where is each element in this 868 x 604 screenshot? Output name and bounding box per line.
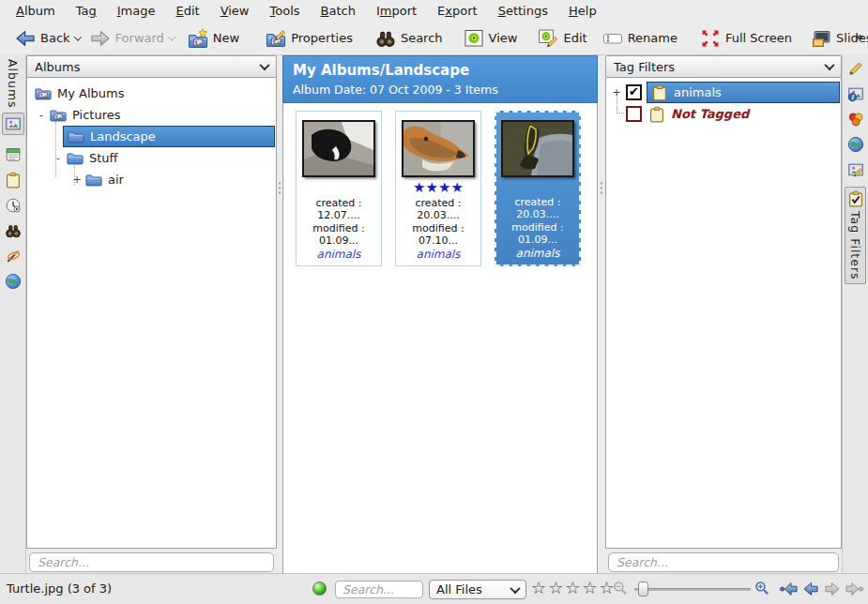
zoom-slider-handle[interactable] bbox=[638, 581, 648, 596]
menu-help[interactable]: Help bbox=[558, 2, 607, 20]
tag-filters-check-icon bbox=[847, 190, 864, 207]
tab-properties[interactable] bbox=[843, 60, 868, 77]
image-card-wolf[interactable]: ★★★★ created : 20.03.... modified : 07.1… bbox=[395, 111, 481, 266]
search-button[interactable]: Search bbox=[371, 24, 448, 53]
thumbnail-monkey bbox=[302, 120, 375, 177]
tree-item-pictures[interactable]: - Pictures bbox=[27, 104, 276, 126]
file-filter-select[interactable]: All Files bbox=[429, 580, 526, 599]
menu-album[interactable]: Album bbox=[6, 2, 66, 20]
timeline-clock-icon bbox=[5, 197, 22, 214]
expand-expander[interactable]: + bbox=[612, 88, 621, 98]
chevron-down-icon[interactable] bbox=[259, 60, 269, 70]
slideshow-icon bbox=[811, 28, 831, 49]
menu-tools[interactable]: Tools bbox=[260, 2, 311, 20]
collapse-expander[interactable]: - bbox=[53, 154, 63, 163]
tag-label[interactable]: animals bbox=[496, 248, 579, 261]
tag-filters-panel: Tag Filters + ✔ animals Not Tagged bbox=[605, 54, 842, 574]
tab-geolocation[interactable] bbox=[843, 136, 868, 153]
menubar: Album Tag Image Edit View Tools Batch Im… bbox=[0, 0, 868, 22]
nav-first-button[interactable] bbox=[780, 581, 799, 597]
tree-item-air[interactable]: + air bbox=[27, 169, 276, 190]
image-card-monkey[interactable]: created : 12.07.... modified : 01.09... … bbox=[296, 111, 382, 266]
tab-map[interactable] bbox=[0, 273, 25, 290]
captions-pencil-icon bbox=[847, 161, 864, 178]
tag-filters-search-input[interactable] bbox=[608, 552, 839, 572]
rename-icon bbox=[602, 28, 623, 49]
albums-panel-header[interactable]: Albums bbox=[26, 55, 277, 78]
forward-button[interactable]: Forward bbox=[85, 24, 179, 53]
menu-image[interactable]: Image bbox=[107, 2, 166, 20]
image-card-turtle-selected[interactable]: created : 20.03.... modified : 01.09... … bbox=[495, 111, 581, 266]
fullscreen-button[interactable]: Full Screen bbox=[695, 24, 797, 53]
rating-stars[interactable]: ★★★★ bbox=[413, 180, 464, 195]
forward-dropdown-chevron-icon bbox=[168, 33, 175, 40]
left-sidebar-tabbar: Albums bbox=[0, 54, 26, 574]
tag-label[interactable]: animals bbox=[297, 249, 381, 262]
new-album-button[interactable]: New bbox=[183, 24, 244, 53]
zoom-slider[interactable] bbox=[634, 581, 751, 596]
thumbnail-wolf bbox=[402, 120, 475, 177]
search-binoculars-icon bbox=[375, 28, 396, 49]
tag-row-not-tagged[interactable]: Not Tagged bbox=[606, 103, 841, 125]
tree-item-stuff[interactable]: - Stuff bbox=[27, 147, 276, 169]
created-label: created : 20.03.... bbox=[496, 196, 579, 221]
expand-expander[interactable]: + bbox=[72, 175, 82, 185]
tab-tag-filters-active[interactable]: Tag Filters bbox=[845, 187, 866, 284]
menu-settings[interactable]: Settings bbox=[488, 2, 558, 20]
tag-filters-panel-header[interactable]: Tag Filters bbox=[605, 55, 842, 78]
right-sidebar-tabbar: Tag Filters bbox=[842, 54, 868, 574]
menu-edit[interactable]: Edit bbox=[165, 2, 209, 20]
digikam-window: i bbox=[0, 0, 868, 604]
selected-album-highlight: Landscape bbox=[63, 126, 275, 147]
nav-previous-button[interactable] bbox=[801, 581, 820, 597]
tree-item-landscape[interactable]: Landscape bbox=[27, 126, 276, 147]
tag-label[interactable]: animals bbox=[396, 249, 480, 262]
checkbox-not-tagged[interactable] bbox=[626, 106, 642, 122]
tree-item-my-albums[interactable]: My Albums bbox=[27, 83, 276, 104]
edit-button[interactable]: Edit bbox=[533, 24, 591, 53]
albums-tree: My Albums - Pictures Landscape - Stuf bbox=[26, 78, 277, 549]
modified-label: modified : 01.09... bbox=[496, 221, 579, 247]
zoom-in-icon[interactable] bbox=[754, 581, 769, 596]
tab-fuzzy-search[interactable] bbox=[0, 248, 25, 264]
selected-tag-highlight: animals bbox=[647, 82, 840, 103]
tab-searches[interactable] bbox=[0, 222, 25, 239]
tag-label-icon bbox=[651, 84, 668, 101]
rating-filter-stars[interactable]: ☆☆☆☆☆ bbox=[531, 578, 617, 597]
menu-export[interactable]: Export bbox=[427, 2, 488, 20]
albums-search-input[interactable] bbox=[29, 552, 274, 572]
view-icon bbox=[464, 28, 484, 49]
menu-view[interactable]: View bbox=[210, 2, 260, 20]
splitter-grip bbox=[600, 181, 603, 196]
tab-tags[interactable] bbox=[0, 172, 25, 189]
tab-captions[interactable] bbox=[843, 161, 868, 178]
zoom-out-icon[interactable] bbox=[613, 581, 628, 596]
tab-colors[interactable] bbox=[843, 111, 868, 128]
forward-icon bbox=[90, 28, 111, 49]
tag-row-animals[interactable]: + ✔ animals bbox=[606, 82, 841, 103]
rename-button[interactable]: Rename bbox=[598, 24, 682, 53]
properties-button[interactable]: Properties bbox=[261, 24, 358, 53]
back-dropdown-chevron-icon[interactable] bbox=[73, 33, 81, 40]
splitter-grip bbox=[278, 181, 282, 196]
menu-import[interactable]: Import bbox=[366, 2, 427, 20]
progress-led-icon bbox=[312, 581, 327, 596]
checkbox-animals[interactable]: ✔ bbox=[626, 84, 642, 100]
view-button[interactable]: View bbox=[459, 24, 523, 53]
modified-label: modified : 07.10... bbox=[396, 222, 480, 248]
filter-search-input[interactable] bbox=[335, 581, 423, 598]
album-banner: My Albums/Landscape Album Date: 07 Oct 2… bbox=[282, 55, 598, 103]
toolbar-overflow-button[interactable]: » bbox=[855, 29, 863, 44]
tab-calendar[interactable] bbox=[0, 146, 25, 163]
back-button[interactable]: Back bbox=[10, 24, 85, 53]
tab-metadata[interactable] bbox=[843, 85, 868, 102]
modified-label: modified : 01.09... bbox=[297, 222, 381, 248]
menu-batch[interactable]: Batch bbox=[311, 2, 366, 20]
chevron-down-icon[interactable] bbox=[824, 60, 834, 70]
splitter[interactable] bbox=[599, 54, 604, 574]
albums-photo-icon bbox=[2, 113, 24, 135]
menu-tag[interactable]: Tag bbox=[66, 2, 107, 20]
collapse-expander[interactable]: - bbox=[37, 111, 46, 120]
tab-timeline[interactable] bbox=[0, 197, 25, 214]
tab-albums[interactable]: Albums bbox=[0, 54, 25, 138]
